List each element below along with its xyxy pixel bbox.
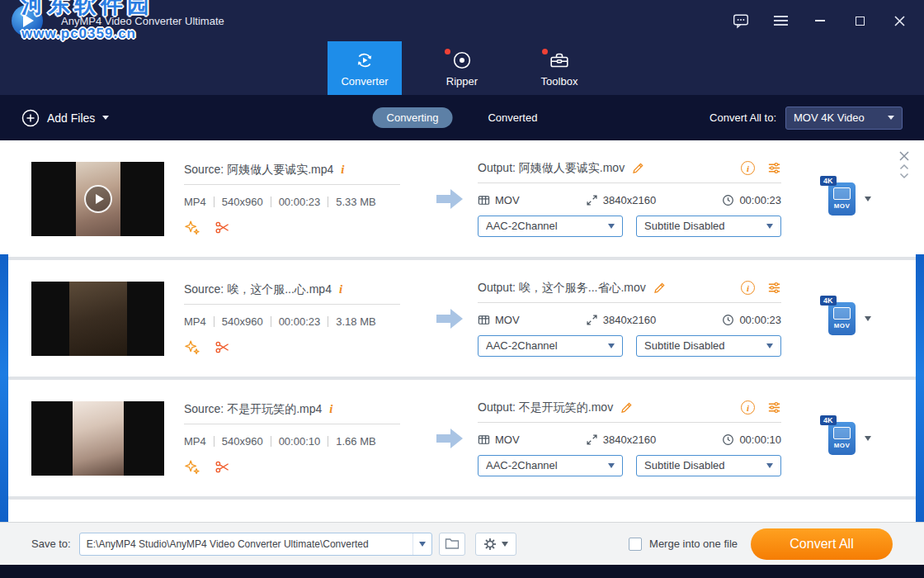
output-resolution: 3840x2160 (603, 194, 656, 206)
format-icon (478, 434, 490, 446)
effects-icon[interactable] (184, 459, 200, 475)
add-files-button[interactable]: Add Files (21, 109, 109, 127)
profile-caret-icon[interactable] (865, 197, 871, 201)
video-thumbnail[interactable] (31, 401, 164, 476)
convert-all-to-select[interactable]: MOV 4K Video (785, 107, 903, 130)
profile-settings-icon[interactable] (767, 281, 781, 295)
screen-glyph (833, 187, 851, 200)
menu-icon[interactable] (772, 12, 789, 29)
source-info-icon[interactable]: i (329, 402, 332, 416)
cut-icon[interactable] (214, 339, 230, 355)
add-icon (21, 109, 40, 127)
settings-button[interactable] (475, 533, 516, 556)
audio-track-select[interactable]: AAC-2Channel (478, 216, 623, 237)
rename-icon[interactable] (620, 401, 633, 414)
effects-icon[interactable] (184, 220, 200, 235)
rename-icon[interactable] (632, 162, 644, 174)
clock-icon (722, 194, 734, 206)
video-thumbnail[interactable] (31, 162, 164, 236)
subtitle-select[interactable]: Subtitle Disabled (636, 216, 781, 237)
app-window: AnyMP4 Video Converter Ultimate (0, 0, 924, 565)
output-profile-icon[interactable]: 4K MOV (828, 182, 856, 216)
feedback-icon[interactable] (733, 12, 749, 29)
merge-checkbox[interactable] (629, 538, 642, 551)
open-folder-button[interactable] (439, 533, 465, 556)
minimize-button[interactable] (812, 12, 828, 29)
audio-track-value: AAC-2Channel (486, 459, 558, 471)
profile-settings-icon[interactable] (767, 400, 781, 415)
chevron-down-icon (766, 463, 773, 468)
cut-icon[interactable] (214, 220, 230, 235)
desktop-background-left (0, 254, 8, 522)
merge-option: Merge into one file (629, 538, 738, 551)
4k-badge: 4K (820, 176, 837, 186)
convert-all-button[interactable]: Convert All (751, 528, 893, 560)
chevron-down-icon (608, 463, 615, 468)
video-thumbnail[interactable] (31, 282, 164, 356)
source-size: 1.66 MB (336, 435, 375, 448)
effects-icon[interactable] (184, 339, 200, 355)
source-duration: 00:00:10 (279, 435, 321, 448)
profile-caret-icon[interactable] (865, 436, 871, 441)
subtitle-select[interactable]: Subtitle Disabled (636, 335, 781, 357)
source-metadata: MP4 540x960 00:00:23 3.18 MB (184, 315, 425, 328)
desktop-background-right (916, 254, 924, 522)
output-resolution: 3840x2160 (603, 434, 656, 446)
output-duration: 00:00:10 (739, 434, 781, 446)
audio-track-select[interactable]: AAC-2Channel (478, 335, 623, 357)
source-filename: Source: 不是开玩笑的.mp4 (184, 402, 322, 417)
audio-track-select[interactable]: AAC-2Channel (478, 455, 623, 476)
output-profile-icon[interactable]: 4K MOV (828, 422, 856, 455)
source-info-icon[interactable]: i (341, 163, 344, 177)
subtitle-value: Subtitle Disabled (644, 459, 725, 471)
tab-converting[interactable]: Converting (373, 107, 453, 128)
chevron-down-icon (766, 343, 773, 348)
chevron-down-icon[interactable] (102, 116, 109, 120)
divider (184, 304, 400, 305)
toolbox-icon (549, 50, 570, 71)
convert-arrow-icon (436, 429, 466, 448)
new-badge-dot (542, 49, 548, 54)
output-info-icon[interactable]: i (741, 161, 755, 175)
convert-all-to-label: Convert All to: (710, 111, 776, 124)
save-path-select[interactable]: E:\AnyMP4 Studio\AnyMP4 Video Converter … (79, 533, 432, 556)
format-icon (478, 194, 490, 206)
maximize-button[interactable] (851, 12, 868, 29)
tab-converted[interactable]: Converted (474, 107, 551, 128)
screen-glyph (833, 427, 851, 439)
source-metadata: MP4 540x960 00:00:23 5.33 MB (184, 196, 425, 208)
source-resolution: 540x960 (222, 196, 263, 208)
profile-caret-icon[interactable] (865, 316, 871, 321)
toolbar: Add Files Converting Converted Convert A… (0, 95, 924, 140)
tab-ripper[interactable]: Ripper (425, 41, 499, 95)
output-format: MOV (495, 314, 520, 326)
output-info-icon[interactable]: i (741, 281, 755, 295)
source-info-icon[interactable]: i (339, 282, 342, 296)
subtitle-select[interactable]: Subtitle Disabled (636, 455, 781, 476)
profile-format-label: MOV (834, 442, 851, 449)
output-filename: Output: 唉，这个服务...省心.mov (478, 281, 646, 296)
source-resolution: 540x960 (222, 435, 263, 448)
source-size: 3.18 MB (336, 315, 375, 328)
tab-converter[interactable]: Converter (328, 41, 402, 95)
thumbnail-image (69, 282, 127, 356)
remove-file-icon[interactable] (899, 151, 909, 161)
convert-arrow-icon (436, 189, 466, 209)
move-down-icon[interactable] (899, 173, 909, 179)
move-up-icon[interactable] (899, 163, 909, 170)
4k-badge: 4K (820, 415, 837, 425)
tab-converter-label: Converter (341, 75, 388, 88)
clock-icon (722, 314, 734, 326)
ripper-icon (451, 50, 473, 71)
profile-settings-icon[interactable] (767, 161, 781, 175)
chevron-down-icon (608, 343, 615, 348)
file-row: Source: 不是开玩笑的.mp4 i MP4 540x960 00:00:1… (0, 380, 924, 500)
tab-toolbox[interactable]: Toolbox (522, 41, 596, 95)
output-info-icon[interactable]: i (741, 400, 755, 415)
output-profile-icon[interactable]: 4K MOV (828, 302, 856, 335)
cut-icon[interactable] (214, 459, 230, 475)
play-icon[interactable] (84, 185, 112, 213)
rename-icon[interactable] (653, 282, 666, 294)
close-button[interactable] (891, 12, 908, 29)
divider (478, 182, 781, 183)
